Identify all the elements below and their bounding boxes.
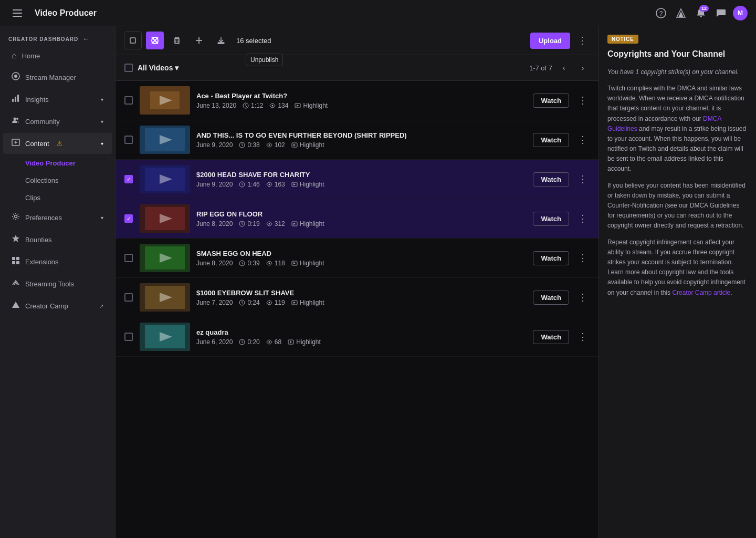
dmca-guidelines-link[interactable]: DMCA Guidelines: [607, 115, 721, 132]
home-icon: ⌂: [12, 51, 17, 60]
video-table-header: All Videos ▾ 1-7 of 7 ‹ ›: [116, 55, 598, 81]
app-title: Video Producer: [35, 8, 97, 18]
help-button[interactable]: ?: [653, 5, 669, 21]
creator-tools-button[interactable]: [673, 5, 689, 21]
sidebar-item-home[interactable]: ⌂ Home: [3, 46, 112, 66]
video-title-2: AND THIS... IS TO GO EVEN FURTHER BEYOND…: [196, 131, 527, 139]
svg-rect-2: [13, 16, 22, 17]
creator-camp-article-link[interactable]: Creator Camp article: [672, 289, 730, 296]
video-meta-3: June 9, 2020 1:46 163: [196, 181, 527, 188]
table-row[interactable]: $1000 EYEBROW SLIT SHAVE June 7, 2020 0:…: [116, 278, 598, 317]
row-checkbox-1[interactable]: [124, 96, 133, 105]
video-more-button-3[interactable]: ⋮: [575, 172, 590, 187]
video-more-button-4[interactable]: ⋮: [575, 211, 590, 226]
sidebar-sub-item-video-producer[interactable]: Video Producer: [3, 155, 112, 171]
svg-marker-22: [12, 302, 19, 308]
watch-button-4[interactable]: Watch: [533, 212, 569, 226]
watch-button-1[interactable]: Watch: [533, 94, 569, 108]
pagination-next[interactable]: ›: [575, 60, 590, 75]
toolbar: 16 selected Upload ⋮ Unpublish: [116, 26, 598, 55]
watch-button-2[interactable]: Watch: [533, 133, 569, 147]
table-row[interactable]: ✓ RIP EGG ON FLOOR June 8, 2020 0:: [116, 199, 598, 239]
svg-marker-74: [293, 302, 296, 304]
video-meta-4: June 8, 2020 0:19 312: [196, 220, 527, 227]
sidebar-item-extensions[interactable]: Extensions: [3, 251, 112, 272]
sidebar-back-button[interactable]: ←: [82, 35, 90, 43]
video-title-3: $2000 HEAD SHAVE FOR CHARITY: [196, 171, 527, 179]
video-list: Ace - Best Player at Twitch? June 13, 20…: [116, 81, 598, 538]
watch-button-3[interactable]: Watch: [533, 172, 569, 187]
sidebar-item-insights[interactable]: Insights ▾: [3, 89, 112, 110]
notice-body: You have 1 copyright strike(s) on your c…: [607, 67, 748, 298]
video-info-5: SMASH EGG ON HEAD June 8, 2020 0:39 118: [196, 250, 527, 267]
insights-chevron: ▾: [101, 97, 103, 102]
row-checkbox-5[interactable]: [124, 253, 133, 263]
video-more-button-5[interactable]: ⋮: [575, 251, 590, 265]
row-checkbox-4[interactable]: ✓: [124, 214, 133, 223]
sidebar-item-preferences[interactable]: Preferences ▾: [3, 207, 112, 228]
chat-button[interactable]: [713, 5, 729, 21]
video-info-1: Ace - Best Player at Twitch? June 13, 20…: [196, 92, 527, 109]
hamburger-button[interactable]: [8, 4, 26, 22]
table-row[interactable]: SMASH EGG ON HEAD June 8, 2020 0:39 118: [116, 239, 598, 278]
pagination-prev[interactable]: ‹: [556, 60, 571, 75]
watch-button-7[interactable]: Watch: [533, 330, 569, 344]
table-row[interactable]: AND THIS... IS TO GO EVEN FURTHER BEYOND…: [116, 120, 598, 160]
sidebar-sub-item-clips[interactable]: Clips: [3, 190, 112, 206]
video-more-button-7[interactable]: ⋮: [575, 329, 590, 344]
all-videos-dropdown[interactable]: All Videos ▾: [138, 64, 178, 72]
video-meta-5: June 8, 2020 0:39 118: [196, 260, 527, 267]
row-checkbox-6[interactable]: [124, 293, 133, 302]
add-button[interactable]: [190, 32, 208, 49]
video-info-4: RIP EGG ON FLOOR June 8, 2020 0:19 312: [196, 210, 527, 227]
upload-button[interactable]: Upload: [530, 33, 570, 49]
svg-rect-10: [15, 97, 16, 102]
svg-rect-23: [130, 38, 135, 43]
notifications-button[interactable]: 12: [693, 5, 709, 21]
unpublish-button[interactable]: [146, 32, 164, 49]
table-row[interactable]: ez quadra June 6, 2020 0:20 68: [116, 317, 598, 357]
svg-rect-21: [16, 261, 19, 264]
sidebar-sub-item-collections[interactable]: Collections: [3, 172, 112, 189]
video-title-4: RIP EGG ON FLOOR: [196, 210, 527, 218]
svg-marker-53: [293, 183, 296, 185]
video-producer-panel: 16 selected Upload ⋮ Unpublish All Video…: [116, 26, 756, 538]
row-checkbox-2[interactable]: [124, 135, 133, 144]
more-options-button[interactable]: ⋮: [574, 33, 590, 48]
download-button[interactable]: [212, 32, 230, 49]
content-warning-icon: ⚠: [57, 140, 62, 147]
video-thumbnail-5: [140, 244, 190, 272]
svg-rect-32: [218, 43, 224, 44]
sidebar-item-creator-camp[interactable]: Creator Camp ↗: [3, 295, 112, 316]
svg-point-79: [268, 341, 270, 343]
row-checkbox-7[interactable]: [124, 332, 133, 342]
sidebar-item-streaming-tools[interactable]: Streaming Tools: [3, 273, 112, 294]
svg-point-12: [14, 118, 16, 120]
video-info-7: ez quadra June 6, 2020 0:20 68: [196, 328, 527, 346]
video-list-panel: 16 selected Upload ⋮ Unpublish All Video…: [116, 26, 598, 538]
video-date-1: June 13, 2020: [196, 102, 236, 109]
sidebar-item-stream-manager[interactable]: Stream Manager: [3, 67, 112, 88]
notice-paragraph-2: Twitch complies with the DMCA and simila…: [607, 84, 748, 174]
sidebar-item-content[interactable]: Content ⚠ ▾: [3, 133, 112, 154]
avatar[interactable]: M: [733, 6, 748, 20]
sidebar-item-bounties[interactable]: Bounties: [3, 229, 112, 250]
sidebar-item-community[interactable]: Community ▾: [3, 111, 112, 132]
row-checkbox-3[interactable]: ✓: [124, 174, 133, 184]
svg-rect-27: [175, 39, 179, 44]
video-more-button-1[interactable]: ⋮: [575, 93, 590, 108]
watch-button-6[interactable]: Watch: [533, 291, 569, 305]
delete-button[interactable]: [168, 32, 186, 49]
selected-count: 16 selected: [236, 37, 271, 45]
watch-button-5[interactable]: Watch: [533, 251, 569, 265]
svg-marker-17: [12, 235, 19, 242]
table-row[interactable]: ✓ $2000 HEAD SHAVE FOR CHARITY June 9, 2…: [116, 160, 598, 199]
table-row[interactable]: Ace - Best Player at Twitch? June 13, 20…: [116, 81, 598, 120]
video-duration-1: 1:12: [243, 102, 263, 109]
video-more-button-2[interactable]: ⋮: [575, 132, 590, 147]
video-more-button-6[interactable]: ⋮: [575, 290, 590, 305]
insights-icon: [12, 94, 20, 105]
select-all-checkbox[interactable]: [124, 32, 142, 49]
header-checkbox[interactable]: [124, 63, 133, 73]
unpublish-tooltip: Unpublish: [246, 54, 283, 66]
